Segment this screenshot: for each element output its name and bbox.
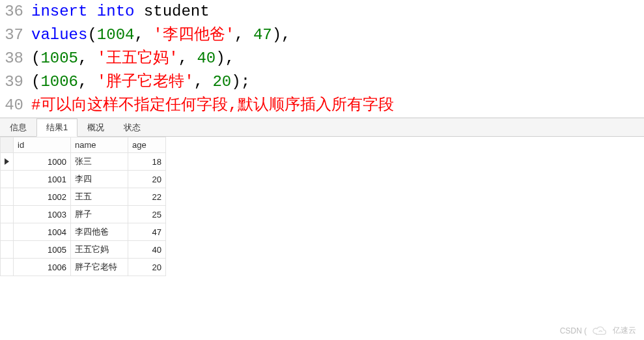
cell-age[interactable]: 40 <box>128 241 166 259</box>
code-line[interactable]: 36insert into student <box>0 0 644 23</box>
cell-id[interactable]: 1005 <box>14 241 71 259</box>
tab-状态[interactable]: 状态 <box>114 119 150 136</box>
cell-id[interactable]: 1000 <box>14 153 71 171</box>
cell-age[interactable]: 18 <box>128 153 166 171</box>
cell-name[interactable]: 胖子它老特 <box>71 259 128 276</box>
row-indicator <box>1 259 14 276</box>
row-indicator <box>1 171 14 188</box>
token-num: 1004 <box>97 23 135 47</box>
token-plain: , <box>234 23 253 47</box>
table-row[interactable]: 1001李四20 <box>1 171 166 188</box>
result-tabs: 信息结果1概况状态 <box>0 119 644 137</box>
token-str: '王五它妈' <box>97 47 178 70</box>
line-number: 39 <box>0 70 31 94</box>
token-num: 40 <box>197 47 216 70</box>
watermark: CSDN ( 亿速云 <box>560 325 636 336</box>
token-plain: , <box>78 70 97 94</box>
row-indicator <box>1 153 14 171</box>
cell-id[interactable]: 1002 <box>14 188 71 206</box>
token-kw: into <box>97 0 135 23</box>
cell-id[interactable]: 1001 <box>14 171 71 188</box>
token-kw: insert <box>31 0 87 23</box>
row-indicator <box>1 241 14 259</box>
token-plain <box>87 0 96 23</box>
token-plain: , <box>178 47 197 70</box>
cell-name[interactable]: 王五它妈 <box>71 241 128 259</box>
result-table[interactable]: idnameage1000张三181001李四201002王五221003胖子2… <box>0 137 166 276</box>
row-indicator <box>1 188 14 206</box>
cell-name[interactable]: 李四他爸 <box>71 223 128 241</box>
cell-id[interactable]: 1003 <box>14 206 71 223</box>
cell-age[interactable]: 20 <box>128 259 166 276</box>
table-row[interactable]: 1003胖子25 <box>1 206 166 223</box>
cell-id[interactable]: 1004 <box>14 223 71 241</box>
cloud-icon <box>591 326 609 336</box>
table-row[interactable]: 1002王五22 <box>1 188 166 206</box>
cell-name[interactable]: 胖子 <box>71 206 128 223</box>
token-plain: ); <box>231 70 250 94</box>
token-str: '胖子它老特' <box>97 70 194 94</box>
token-plain: ), <box>272 23 291 47</box>
token-plain: , <box>78 47 97 70</box>
token-plain: , <box>194 70 213 94</box>
watermark-text-left: CSDN ( <box>560 326 587 335</box>
tab-结果1[interactable]: 结果1 <box>36 119 77 137</box>
token-num: 20 <box>212 70 231 94</box>
line-number: 38 <box>0 47 31 70</box>
token-plain: ( <box>87 23 96 47</box>
row-indicator <box>1 223 14 241</box>
cell-name[interactable]: 王五 <box>71 188 128 206</box>
table-row[interactable]: 1006胖子它老特20 <box>1 259 166 276</box>
table-row[interactable]: 1004李四他爸47 <box>1 223 166 241</box>
tab-概况[interactable]: 概况 <box>77 119 114 136</box>
token-plain: student <box>134 0 209 23</box>
token-comment: #可以向这样不指定任何字段,默认顺序插入所有字段 <box>31 94 394 117</box>
sql-editor[interactable]: 36insert into student37values(1004, '李四他… <box>0 0 644 117</box>
token-num: 1005 <box>40 47 78 70</box>
token-plain: , <box>134 23 153 47</box>
cell-name[interactable]: 张三 <box>71 153 128 171</box>
column-header-name[interactable]: name <box>71 137 128 153</box>
code-line[interactable]: 40#可以向这样不指定任何字段,默认顺序插入所有字段 <box>0 94 644 117</box>
line-number: 37 <box>0 23 31 47</box>
token-num: 1006 <box>40 70 78 94</box>
column-header-id[interactable]: id <box>14 137 71 153</box>
token-str: '李四他爸' <box>153 23 234 47</box>
row-indicator <box>1 206 14 223</box>
code-line[interactable]: 38(1005, '王五它妈', 40), <box>0 47 644 70</box>
token-kw: values <box>31 23 87 47</box>
column-header-age[interactable]: age <box>128 137 166 153</box>
cell-name[interactable]: 李四 <box>71 171 128 188</box>
cell-age[interactable]: 25 <box>128 206 166 223</box>
cell-id[interactable]: 1006 <box>14 259 71 276</box>
table-row[interactable]: 1005王五它妈40 <box>1 241 166 259</box>
line-number: 36 <box>0 0 31 23</box>
cell-age[interactable]: 22 <box>128 188 166 206</box>
token-plain: ( <box>31 70 40 94</box>
code-line[interactable]: 37values(1004, '李四他爸', 47), <box>0 23 644 47</box>
token-num: 47 <box>253 23 272 47</box>
code-line[interactable]: 39(1006, '胖子它老特', 20); <box>0 70 644 94</box>
cell-age[interactable]: 47 <box>128 223 166 241</box>
row-header-corner <box>1 137 14 153</box>
table-row[interactable]: 1000张三18 <box>1 153 166 171</box>
watermark-brand: 亿速云 <box>613 325 636 336</box>
token-plain: ), <box>216 47 234 70</box>
token-plain: ( <box>31 47 40 70</box>
tab-信息[interactable]: 信息 <box>0 119 36 136</box>
line-number: 40 <box>0 94 31 117</box>
current-row-icon <box>5 158 9 165</box>
cell-age[interactable]: 20 <box>128 171 166 188</box>
